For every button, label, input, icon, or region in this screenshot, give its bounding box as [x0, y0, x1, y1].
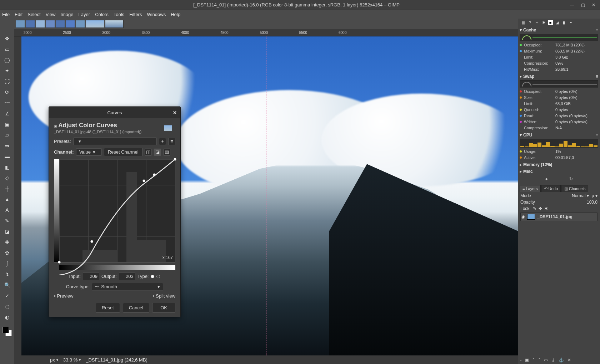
menu-select[interactable]: Select [28, 12, 40, 17]
duplicate-layer-icon[interactable]: ▭ [544, 358, 548, 363]
dash-icon-butterfly[interactable]: ✶ [568, 20, 573, 25]
menu-file[interactable]: File [2, 12, 10, 17]
dash-icon-brush[interactable]: ▮ [561, 20, 566, 25]
menu-edit[interactable]: Edit [15, 12, 22, 17]
dash-icon-palette[interactable]: ◢ [555, 20, 560, 25]
lower-layer-icon[interactable]: ˅ [538, 358, 540, 363]
layer-item[interactable]: ◉ _DSF1114_01.jpg [520, 213, 598, 221]
dash-icon-square[interactable]: ■ [548, 20, 553, 25]
tool-cage[interactable]: ◇ [3, 174, 11, 182]
tool-rect-select[interactable]: ▭ [3, 45, 11, 53]
thumb-2[interactable] [26, 20, 35, 28]
thumb-9[interactable] [105, 20, 124, 28]
tool-pencil[interactable]: ▲ [3, 195, 11, 203]
tool-gradient[interactable]: ◧ [3, 163, 11, 171]
tool-scale[interactable]: ▣ [3, 120, 11, 128]
zoom-level[interactable]: 33,3 % [63, 357, 78, 363]
tool-flip[interactable]: ⇋ [3, 142, 11, 150]
tab-undo[interactable]: ↶ Undo [541, 185, 561, 192]
thumb-1[interactable] [16, 20, 25, 28]
color-swatch[interactable] [2, 327, 12, 336]
tool-paint[interactable]: ✎ [3, 217, 11, 225]
curves-dialog[interactable]: Curves ✕ ▣ Adjust Color Curves _DSF1114_… [49, 106, 181, 317]
tool-shear[interactable]: ▱ [3, 131, 11, 139]
dash-icon-help[interactable]: ? [528, 20, 532, 25]
image-thumbnails[interactable] [14, 19, 518, 29]
tool-smudge[interactable]: ʃ [3, 260, 11, 268]
merge-down-icon[interactable]: ⤓ [551, 358, 555, 363]
tool-crop[interactable]: ⛶ [3, 78, 11, 85]
thumb-7[interactable] [76, 20, 85, 28]
dash-icon-device[interactable]: ✱ [541, 20, 546, 25]
lock-alpha-icon[interactable]: ✱ [544, 206, 548, 211]
thumb-8[interactable] [86, 20, 104, 28]
tool-move[interactable]: ✥ [3, 35, 11, 43]
lock-pixel-icon[interactable]: ✎ [533, 206, 536, 211]
presets-select[interactable]: ▾ [73, 138, 157, 145]
menu-icon[interactable]: ≡ [596, 74, 598, 79]
curve-point[interactable] [174, 158, 176, 161]
type-corner-radio[interactable] [156, 275, 160, 278]
curve-point[interactable] [142, 180, 145, 182]
menu-filters[interactable]: Filters [129, 12, 142, 17]
reset-button[interactable]: Reset [96, 303, 120, 313]
thumb-6[interactable] [66, 20, 75, 28]
unit-selector[interactable]: px [50, 357, 55, 363]
ok-button[interactable]: OK [152, 303, 175, 313]
dash-icon-pointer[interactable]: ✧ [534, 20, 539, 25]
histogram-scale-button[interactable]: ▤ [163, 149, 170, 156]
expand-icon[interactable]: ▣ [54, 124, 57, 128]
dashboard-tabs[interactable]: ▦ ? ✧ ✱ ■ ◢ ▮ ✶ [520, 19, 598, 26]
menu-bar[interactable]: File Edit Select View Image Layer Colors… [0, 10, 600, 19]
menu-image[interactable]: Image [60, 12, 73, 17]
menu-colors[interactable]: Colors [95, 12, 109, 17]
tool-path[interactable]: ↯ [3, 270, 11, 278]
misc-title[interactable]: Misc [523, 169, 533, 174]
dash-icon-dashboard[interactable]: ▦ [521, 20, 526, 25]
curve-point[interactable] [153, 174, 155, 176]
layer-name[interactable]: _DSF1114_01.jpg [537, 214, 572, 219]
new-group-icon[interactable]: ▣ [525, 358, 529, 363]
curve-point[interactable] [90, 240, 93, 243]
tool-text[interactable]: A [3, 206, 11, 214]
tab-layers[interactable]: ≡ Layers [520, 185, 541, 192]
curve-grid[interactable]: x:167 [59, 159, 175, 262]
preview-checkbox[interactable]: ▪ Preview [54, 293, 73, 299]
splitview-checkbox[interactable]: ▪ Split view [153, 293, 175, 299]
dialog-titlebar[interactable]: Curves ✕ [49, 107, 180, 118]
menu-help[interactable]: Help [171, 12, 180, 17]
tool-dodge[interactable]: ◐ [3, 313, 11, 321]
tool-heal[interactable]: ✚ [3, 238, 11, 246]
curve-point[interactable] [58, 261, 61, 264]
tool-clone[interactable]: ✿ [3, 249, 11, 257]
cancel-button[interactable]: Cancel [123, 303, 149, 313]
fg-color[interactable] [2, 327, 9, 333]
reset-channel-button[interactable]: Reset Channel [104, 148, 142, 156]
histogram-linear-button[interactable]: ◫ [145, 149, 152, 156]
tab-channels[interactable]: ▥ Channels [561, 185, 589, 192]
window-maximize-button[interactable]: ▢ [579, 1, 586, 9]
thumb-4[interactable] [46, 20, 55, 28]
curves-editor[interactable]: x:167 [54, 159, 175, 263]
ruler-horizontal[interactable]: 2000 2500 3000 3500 4000 4500 5000 5500 … [14, 29, 518, 36]
mode-select[interactable]: Normal [572, 193, 586, 198]
menu-windows[interactable]: Windows [147, 12, 166, 17]
tool-fuzzy-select[interactable]: ✦ [3, 67, 11, 75]
new-layer-icon[interactable]: ▫ [520, 358, 521, 363]
ruler-vertical[interactable] [14, 36, 21, 355]
anchor-layer-icon[interactable]: ⚓ [559, 358, 564, 363]
thumb-5[interactable] [56, 20, 65, 28]
tool-blur[interactable]: ◌ [3, 303, 11, 310]
memory-title[interactable]: Memory (12%) [523, 162, 552, 167]
presets-menu-button[interactable]: ≡ [168, 138, 175, 145]
presets-add-button[interactable]: + [159, 138, 166, 145]
tool-warp[interactable]: 〰 [3, 99, 11, 107]
menu-tools[interactable]: Tools [114, 12, 124, 17]
menu-view[interactable]: View [46, 12, 56, 17]
window-close-button[interactable]: ✕ [590, 1, 597, 9]
tool-eraser[interactable]: ◪ [3, 228, 11, 235]
refresh-icon[interactable]: ↻ [569, 176, 573, 181]
vertical-guide[interactable] [266, 36, 266, 355]
record-icon[interactable]: ● [545, 176, 548, 181]
menu-icon[interactable]: ≡ [596, 133, 598, 138]
